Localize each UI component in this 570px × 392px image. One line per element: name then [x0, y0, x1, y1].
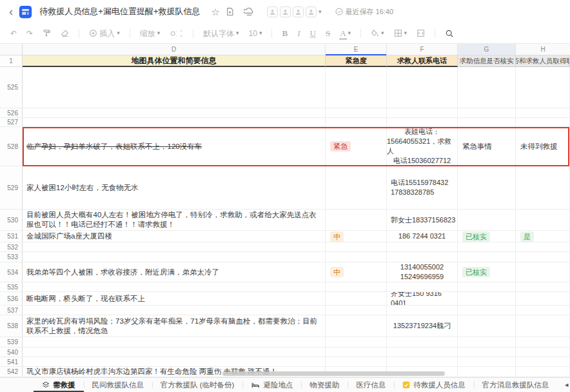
cell[interactable]: [326, 306, 387, 315]
row-number[interactable]: 531: [0, 231, 23, 242]
row-number[interactable]: 525: [0, 67, 23, 108]
cell[interactable]: [326, 166, 387, 209]
cell[interactable]: [326, 242, 387, 251]
cell[interactable]: [458, 367, 516, 377]
column-title[interactable]: 求救人联系电话: [387, 55, 458, 67]
cell[interactable]: [458, 306, 516, 315]
cell[interactable]: 家里的砖瓦房有坍塌风险；73岁父亲有老年痴呆，71岁母亲有脑血栓，都需要救治；目…: [23, 315, 326, 337]
cell[interactable]: [326, 292, 387, 305]
cell[interactable]: [23, 348, 326, 357]
cell[interactable]: 断电断网，桥头断了，现在联系不上: [23, 292, 326, 305]
cell[interactable]: [516, 367, 570, 377]
redo-icon[interactable]: ↷: [26, 30, 33, 37]
cell[interactable]: [326, 252, 387, 262]
collaborator-avatar[interactable]: [280, 6, 291, 17]
row-number[interactable]: 540: [0, 348, 23, 357]
cell[interactable]: 电话1551597843217838328785: [387, 166, 458, 209]
cell[interactable]: [23, 337, 326, 347]
cell[interactable]: [326, 357, 387, 366]
document-title[interactable]: 待救援人员信息+漏电位置提醒+救援队信息: [39, 6, 200, 17]
sheet-tab[interactable]: 物资援助: [301, 378, 348, 392]
cell[interactable]: [516, 166, 570, 209]
cell[interactable]: 13523719234魏刁: [387, 315, 458, 337]
cell[interactable]: [458, 357, 516, 366]
cell[interactable]: [516, 348, 570, 357]
undo-icon[interactable]: ↶: [10, 30, 17, 37]
cell[interactable]: 表姐电话：15664055321，求救人电话15036027712: [387, 127, 458, 166]
cell[interactable]: 中: [326, 262, 387, 282]
strikethrough-button[interactable]: S: [326, 29, 330, 37]
row-number[interactable]: 530: [0, 210, 23, 230]
cell[interactable]: [516, 262, 570, 282]
cell[interactable]: [387, 282, 458, 291]
cell[interactable]: [458, 292, 516, 305]
search-icon[interactable]: [445, 29, 454, 38]
cell[interactable]: [326, 348, 387, 357]
cell[interactable]: [387, 306, 458, 315]
sheet-tab[interactable]: 避险地点: [242, 378, 301, 392]
cell[interactable]: [23, 242, 326, 251]
cell[interactable]: 186 7244 0321: [387, 231, 458, 242]
row-number[interactable]: 535: [0, 282, 23, 291]
cell[interactable]: [326, 118, 387, 126]
font-size-select[interactable]: 10 ▾: [249, 30, 262, 37]
cell[interactable]: [23, 252, 326, 262]
paint-format-icon[interactable]: ⌃ ⌄: [170, 30, 183, 37]
column-letter-G[interactable]: G: [458, 44, 516, 55]
row-number[interactable]: 541: [0, 357, 23, 366]
row-number[interactable]: 534: [0, 262, 23, 282]
merge-cells-button[interactable]: [417, 29, 425, 37]
cell[interactable]: [516, 282, 570, 291]
cell[interactable]: 已核实: [458, 262, 516, 282]
sheet-tab[interactable]: 官方消息救援队信息: [474, 378, 558, 392]
cell[interactable]: [326, 210, 387, 230]
cell[interactable]: 郭女士18337156823: [387, 210, 458, 230]
cell[interactable]: [458, 166, 516, 209]
zoom-select[interactable]: 缩放 ▾: [140, 30, 161, 37]
tab-scroll-left-icon[interactable]: ◄: [557, 378, 570, 392]
cell[interactable]: [458, 337, 516, 347]
sheet-tab[interactable]: 医疗信息: [348, 378, 394, 392]
collaborator-avatar[interactable]: [267, 6, 278, 17]
cell[interactable]: [458, 315, 516, 337]
stepper-down-icon[interactable]: ⌄: [179, 34, 183, 37]
cell[interactable]: [516, 292, 570, 305]
insert-button[interactable]: 插入 ▾: [89, 29, 120, 37]
cell[interactable]: [516, 315, 570, 337]
cell[interactable]: [516, 357, 570, 366]
column-letter-H[interactable]: H: [516, 44, 570, 55]
row-number[interactable]: 1: [0, 55, 23, 67]
app-logo-icon[interactable]: [19, 5, 32, 19]
column-letter-D[interactable]: D: [23, 44, 326, 55]
row-number[interactable]: 536: [0, 292, 23, 305]
row-number[interactable]: 542: [0, 367, 23, 377]
cell[interactable]: [516, 210, 570, 230]
cell[interactable]: [23, 282, 326, 291]
cell[interactable]: [458, 108, 516, 117]
cell[interactable]: [516, 242, 570, 251]
cell[interactable]: [387, 348, 458, 357]
presentation-mode-icon[interactable]: [244, 8, 255, 16]
cell[interactable]: 目前被困人员大概有40人左右！被困地方停电了，特别冷，求救助，或者给大家先送点衣…: [23, 210, 326, 230]
cell[interactable]: 齐女士150 9316 0401: [387, 292, 458, 305]
cell[interactable]: [23, 306, 326, 315]
sheet-tab[interactable]: 民间救援队信息: [84, 378, 153, 392]
row-number[interactable]: 527: [0, 118, 23, 126]
chevron-down-icon[interactable]: ▾: [319, 8, 322, 15]
cell[interactable]: [387, 337, 458, 347]
cell[interactable]: [387, 67, 458, 108]
row-number[interactable]: 533: [0, 252, 23, 262]
row-number[interactable]: 538: [0, 315, 23, 337]
cell[interactable]: 金城国际广场a座大厦四楼: [23, 231, 326, 242]
cell[interactable]: 临产孕妇，孕妇羊水破了，表姐联系不上，120没有车: [23, 127, 326, 166]
row-number[interactable]: 526: [0, 108, 23, 117]
cell[interactable]: [458, 118, 516, 126]
new-doc-icon[interactable]: [226, 7, 234, 16]
cell[interactable]: [387, 108, 458, 117]
collaborator-avatar[interactable]: [306, 6, 317, 17]
cell[interactable]: [387, 357, 458, 366]
bold-button[interactable]: B: [282, 29, 288, 37]
clear-format-icon[interactable]: [61, 29, 69, 37]
font-color-button[interactable]: A ▾: [340, 29, 351, 37]
cell[interactable]: 我弟弟等四个人被困，求收容接济，附近房满，弟弟太冷了: [23, 262, 326, 282]
